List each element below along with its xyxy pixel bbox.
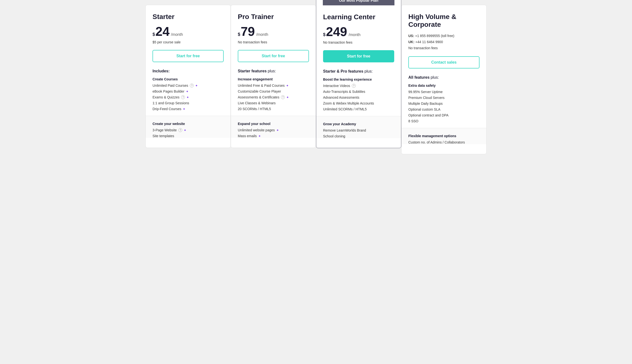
price-period: /month: [256, 32, 268, 37]
feature-text: 20 SCORMs / HTML5: [238, 107, 271, 111]
plan-name-learning-center: Learning Center: [323, 13, 394, 21]
feature-text: Auto-Transcripts & Subtitles: [323, 90, 365, 94]
bottom-section-title: Expand your school: [238, 122, 309, 126]
start-button-pro-trainer[interactable]: Start for free: [238, 50, 309, 62]
price-amount: 249: [326, 25, 347, 38]
feature-item: 8 SSO: [408, 119, 480, 123]
feature-item: Assessments & Certificates?✦: [238, 95, 309, 99]
price-period: /month: [171, 32, 183, 37]
feature-item: Exams & Quizzes?✦: [152, 95, 224, 99]
question-icon[interactable]: ?: [281, 95, 285, 99]
feature-text: Site templates: [152, 134, 174, 138]
feature-text: 1:1 and Group Sessions: [152, 101, 189, 105]
feature-text: School cloning: [323, 134, 345, 138]
feature-item: Mass emails✦: [238, 134, 309, 138]
feature-item: School cloning: [323, 134, 394, 138]
feature-item: Optional custom SLA: [408, 108, 480, 111]
feature-item: Zoom & Webex Multiple Accounts: [323, 101, 394, 105]
sparkle-icon: ✦: [286, 96, 289, 99]
plan-name-pro-trainer: Pro Trainer: [238, 13, 309, 21]
feature-text: 8 SSO: [408, 119, 418, 123]
feature-item: Live Classes & Webinars: [238, 101, 309, 105]
price-dollar: $: [152, 32, 155, 36]
popular-badge: Our Most Popular Plan: [323, 0, 394, 5]
feature-item: Auto-Transcripts & Subtitles: [323, 90, 394, 94]
feature-item: 99.95% Server Uptime: [408, 90, 480, 94]
feature-item: Drip-Feed Courses✦: [152, 107, 224, 111]
question-icon[interactable]: ?: [190, 84, 194, 88]
feature-text: Unlimited Free & Paid Courses: [238, 84, 284, 88]
feature-text: Unlimited Paid Courses: [152, 84, 188, 88]
start-button-starter[interactable]: Start for free: [152, 50, 224, 62]
section-title: Create Courses: [152, 77, 224, 81]
feature-text: Advanced Assessments: [323, 96, 359, 100]
contact-info: US: +1 855 8999555 (toll free)UK: +44 11…: [408, 33, 480, 52]
feature-text: Multiple Daily Backups: [408, 102, 443, 106]
question-icon[interactable]: ?: [352, 84, 356, 88]
start-button-high-volume[interactable]: Contact sales: [408, 56, 480, 68]
feature-text: 99.95% Server Uptime: [408, 90, 443, 94]
sparkle-icon: ✦: [186, 96, 189, 99]
bottom-section-learning-center: Grow your Academy Remove LearnWorlds Bra…: [316, 116, 401, 138]
plan-card-pro-trainer: Pro Trainer $ 79 /month No transaction f…: [231, 5, 316, 148]
feature-text: Assessments & Certificates: [238, 95, 279, 99]
plan-card-learning-center: Our Most Popular PlanLearning Center $ 2…: [316, 0, 401, 148]
price-note-starter: $5 per course sale: [152, 40, 224, 45]
question-icon[interactable]: ?: [181, 95, 185, 99]
feature-item: Advanced Assessments: [323, 96, 394, 100]
bottom-section-title: Flexible management options: [408, 134, 480, 138]
section-title: Increase engagement: [238, 77, 309, 81]
includes-label-pro-trainer: Starter features plus:: [238, 69, 309, 73]
price-period: /month: [349, 33, 360, 37]
feature-item: 20 SCORMs / HTML5: [238, 107, 309, 111]
bottom-section-starter: Create your website 3-Page Website?✦ Sit…: [146, 116, 230, 138]
plan-card-high-volume: High Volume &CorporateUS: +1 855 8999555…: [401, 5, 486, 154]
bottom-section-title: Grow your Academy: [323, 122, 394, 126]
price-note-learning-center: No transaction fees: [323, 40, 394, 45]
feature-item: Unlimited Free & Paid Courses✦: [238, 84, 309, 88]
sparkle-icon: ✦: [183, 107, 186, 111]
feature-text: Exams & Quizzes: [152, 95, 179, 99]
feature-text: Interactive Videos: [323, 84, 350, 88]
price-dollar: $: [323, 32, 326, 37]
feature-item: Site templates: [152, 134, 224, 138]
bottom-section-title: Create your website: [152, 122, 224, 126]
feature-item: 1:1 and Group Sessions: [152, 101, 224, 105]
bottom-section-high-volume: Flexible management options Custom no. o…: [402, 128, 486, 144]
feature-item: Optional contract and DPA: [408, 113, 480, 117]
feature-text: Unlimited SCORMs / HTML5: [323, 107, 367, 111]
feature-item: Unlimited SCORMs / HTML5: [323, 107, 394, 111]
pricing-container: Starter $ 24 /month $5 per course saleSt…: [146, 5, 486, 154]
includes-label-starter: Includes:: [152, 69, 224, 73]
sparkle-icon: ✦: [276, 128, 279, 132]
feature-text: 3-Page Website: [152, 128, 177, 132]
feature-text: Live Classes & Webinars: [238, 101, 276, 105]
feature-item: Customizable Course Player: [238, 90, 309, 93]
plan-price-pro-trainer: $ 79 /month: [238, 25, 309, 38]
feature-item: eBook Pages Builder✦: [152, 90, 224, 93]
includes-label-learning-center: Starter & Pro features plus:: [323, 69, 394, 74]
section-title: Boost the learning experience: [323, 78, 394, 82]
feature-item: Unlimited website pages✦: [238, 128, 309, 132]
start-button-learning-center[interactable]: Start for free: [323, 50, 394, 62]
price-amount: 79: [241, 25, 255, 38]
sparkle-icon: ✦: [184, 128, 186, 132]
plan-card-starter: Starter $ 24 /month $5 per course saleSt…: [146, 5, 231, 148]
feature-text: eBook Pages Builder: [152, 90, 184, 93]
feature-text: Unlimited website pages: [238, 128, 275, 132]
sparkle-icon: ✦: [286, 84, 289, 88]
feature-text: Customizable Course Player: [238, 90, 281, 93]
feature-text: Premium Cloud Servers: [408, 96, 445, 100]
bottom-section-pro-trainer: Expand your school Unlimited website pag…: [231, 116, 316, 138]
feature-text: Optional contract and DPA: [408, 113, 448, 117]
feature-text: Optional custom SLA: [408, 108, 440, 111]
feature-item: Remove LearnWorlds Brand: [323, 128, 394, 132]
section-title: Extra data safety: [408, 84, 480, 88]
plan-name-starter: Starter: [152, 13, 224, 21]
feature-text: Zoom & Webex Multiple Accounts: [323, 101, 374, 105]
feature-item: Unlimited Paid Courses?✦: [152, 84, 224, 88]
price-dollar: $: [238, 32, 240, 36]
question-icon[interactable]: ?: [178, 128, 182, 132]
feature-item: Custom no. of Admins / Collaborators: [408, 140, 480, 144]
plan-price-starter: $ 24 /month: [152, 25, 224, 38]
